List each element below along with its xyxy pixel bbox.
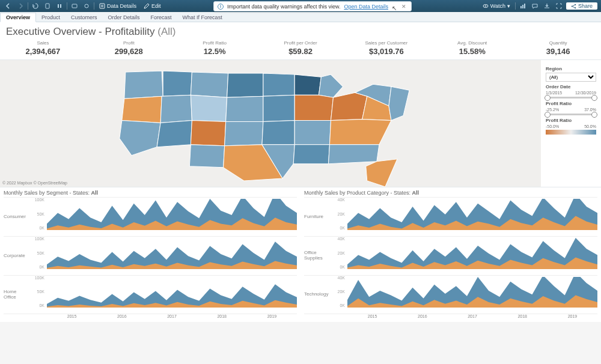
orderdate-to: 12/30/2019 — [575, 91, 596, 95]
kpi-label: Sales — [0, 40, 86, 46]
sm-chart[interactable]: 100K50K0K — [32, 198, 297, 236]
region-select[interactable]: (All) — [546, 73, 596, 82]
svg-marker-24 — [226, 96, 263, 121]
view-icon[interactable] — [69, 1, 81, 11]
warning-text: Important data quality warnings affect t… — [227, 4, 340, 10]
edit-label: Edit — [151, 3, 161, 9]
sm-chart[interactable]: 40K20K0K — [333, 198, 597, 236]
tab-overview[interactable]: Overview — [0, 13, 36, 22]
sm-chart[interactable]: 100K50K0K — [32, 276, 297, 314]
dashboard: Executive Overview - Profitability (All)… — [0, 22, 601, 322]
kpi-label: Profit per Order — [258, 40, 344, 46]
info-icon: i — [218, 4, 224, 10]
kpi-row: Sales2,394,667 Profit299,628 Profit Rati… — [0, 39, 601, 60]
kpi-value: 12.5% — [172, 47, 258, 56]
svg-marker-30 — [389, 86, 409, 120]
orderdate-from: 1/3/2015 — [546, 91, 562, 95]
svg-rect-2 — [60, 4, 61, 8]
filter-panel: Region (All) Order Date 1/3/201512/30/20… — [541, 60, 601, 187]
sm-right-states: All — [412, 190, 419, 196]
device-icon[interactable] — [81, 1, 93, 11]
back-icon[interactable] — [2, 1, 14, 11]
sm-category: Monthly Sales by Product Category - Stat… — [300, 187, 601, 322]
close-icon[interactable]: ✕ — [400, 4, 407, 10]
sm-chart[interactable]: 40K20K0K — [333, 237, 597, 275]
sm-chart[interactable]: 100K50K0K — [32, 237, 297, 275]
sm-row: Consumer100K50K0K — [4, 197, 297, 236]
data-quality-warning: i Important data quality warnings affect… — [213, 1, 412, 11]
sm-row-label: Furniture — [304, 198, 333, 236]
sm-right-title: Monthly Sales by Product Category - Stat… — [304, 190, 410, 196]
refresh-icon[interactable] — [41, 1, 53, 11]
xaxis-right: 20152016201720182019 — [347, 314, 597, 321]
tab-customers[interactable]: Customers — [66, 13, 103, 22]
tab-product[interactable]: Product — [36, 13, 66, 22]
legend-label: Profit Ratio — [546, 118, 596, 123]
title-main: Executive Overview - Profitability — [6, 26, 155, 37]
svg-marker-27 — [331, 93, 367, 120]
svg-marker-41 — [293, 145, 329, 164]
kpi-value: 2,394,667 — [0, 47, 86, 56]
svg-rect-9 — [522, 5, 523, 8]
watch-button[interactable]: Watch ▾ — [479, 3, 514, 9]
kpi-label: Profit Ratio — [172, 40, 258, 46]
edit-icon — [144, 3, 150, 9]
svg-marker-35 — [262, 120, 294, 144]
download-icon[interactable] — [541, 1, 553, 11]
chevron-down-icon: ▾ — [507, 3, 510, 9]
kpi-value: 15.58% — [429, 47, 515, 56]
small-multiples: Monthly Sales by Segment - States: All C… — [0, 187, 601, 322]
kpi-value: 39,146 — [515, 47, 601, 56]
xaxis-left: 20152016201720182019 — [47, 314, 297, 321]
data-details-button[interactable]: Data Details — [96, 3, 140, 9]
pause-icon[interactable] — [53, 1, 66, 11]
profitratio-slider[interactable] — [546, 114, 596, 115]
svg-marker-17 — [227, 73, 263, 97]
share-button[interactable]: Share — [566, 2, 597, 10]
svg-marker-15 — [163, 71, 192, 96]
kpi-label: Avg. Discount — [429, 40, 515, 46]
share-label: Share — [578, 3, 593, 9]
metrics-icon[interactable] — [517, 1, 529, 11]
y-ticks: 40K20K0K — [333, 276, 346, 308]
sm-row: Furniture40K20K0K — [304, 197, 597, 236]
orderdate-slider[interactable] — [546, 97, 596, 99]
kpi-value: $3,019.76 — [343, 47, 429, 56]
filter-orderdate-label: Order Date — [546, 84, 596, 89]
svg-point-4 — [85, 4, 88, 8]
legend-to: 50.0% — [584, 124, 596, 129]
svg-marker-43 — [366, 159, 397, 187]
sm-row-label: Technology — [304, 276, 333, 314]
svg-marker-31 — [120, 120, 160, 155]
us-map-svg — [0, 60, 541, 187]
fullscreen-icon[interactable] — [553, 1, 565, 11]
forward-icon[interactable] — [14, 1, 26, 11]
sm-row-label: Corporate — [4, 237, 32, 275]
kpi-sales: Sales2,394,667 — [0, 39, 86, 59]
y-ticks: 100K50K0K — [32, 237, 46, 269]
svg-rect-8 — [520, 6, 522, 8]
sm-row-label: Office Supplies — [304, 237, 333, 275]
tab-what-if[interactable]: What If Forecast — [177, 13, 228, 22]
tab-forecast[interactable]: Forecast — [145, 13, 177, 22]
svg-marker-36 — [294, 120, 331, 144]
page-title: Executive Overview - Profitability (All) — [0, 22, 601, 39]
edit-button[interactable]: Edit — [140, 3, 165, 9]
kpi-sales-per-customer: Sales per Customer$3,019.76 — [343, 39, 429, 59]
kpi-profit-per-order: Profit per Order$59.82 — [258, 39, 344, 59]
comment-icon[interactable] — [529, 1, 541, 11]
y-ticks: 40K20K0K — [333, 237, 346, 269]
sm-chart[interactable]: 40K20K0K — [333, 276, 597, 314]
profit-ratio-map[interactable]: © 2022 Mapbox © OpenStreetMap — [0, 60, 541, 187]
svg-marker-22 — [160, 95, 192, 123]
eye-icon — [483, 3, 489, 9]
sm-row-label: Home Office — [4, 276, 32, 314]
open-data-details-link[interactable]: Open Data Details — [344, 4, 388, 10]
revert-icon[interactable] — [29, 1, 41, 11]
tab-order-details[interactable]: Order Details — [103, 13, 145, 22]
kpi-profit-ratio: Profit Ratio12.5% — [172, 39, 258, 59]
svg-rect-10 — [524, 4, 525, 8]
svg-rect-3 — [72, 4, 77, 8]
svg-marker-21 — [122, 96, 162, 123]
svg-marker-32 — [157, 120, 192, 147]
